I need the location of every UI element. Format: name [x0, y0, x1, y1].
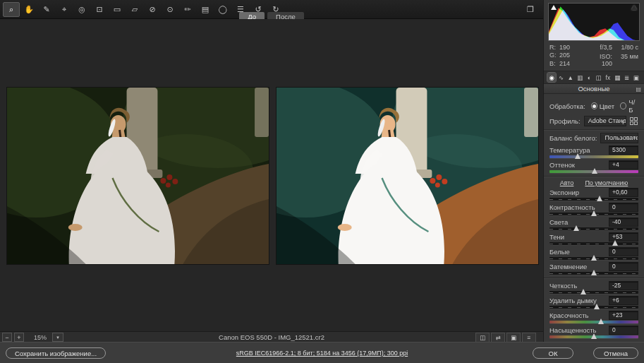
dehaze-slider[interactable] — [549, 306, 638, 309]
treatment-label: Обработка: — [549, 102, 585, 110]
contrast-slider[interactable] — [549, 213, 638, 215]
highlight-clipping-icon[interactable] — [631, 5, 637, 10]
swap-views-button[interactable]: ⇄ — [491, 333, 505, 343]
panel-title: Основные ▤ — [544, 84, 644, 94]
treatment-bw-label: Ч/Б — [628, 98, 638, 114]
before-image[interactable] — [6, 87, 269, 265]
slider-thumb[interactable] — [591, 210, 597, 216]
slider-thumb[interactable] — [598, 319, 604, 324]
cycle-view-button[interactable]: ◫ — [475, 333, 490, 343]
cancel-button[interactable]: Отмена — [593, 347, 638, 359]
slider-value[interactable]: 0 — [609, 247, 638, 256]
slider-label: Света — [549, 218, 568, 226]
shadow-clipping-icon[interactable] — [551, 5, 557, 10]
slider-thumb[interactable] — [597, 196, 602, 201]
slider-value[interactable]: 5300 — [609, 145, 638, 155]
slider-value[interactable]: +23 — [609, 311, 638, 320]
slider-label: Оттенок — [549, 161, 575, 169]
slider-label: Экспонир — [549, 189, 579, 196]
whites-slider[interactable] — [549, 257, 638, 260]
adjustments-panel: R: 190 G: 205 B: 214 f/3,5 1/80 с ISO: 1… — [543, 0, 644, 342]
panel-menu-icon[interactable]: ▤ — [636, 85, 641, 94]
slider-label: Насыщенность — [549, 326, 597, 334]
white-balance-row: Баланс белого: Пользовательский — [549, 133, 638, 143]
slider-label: Удалить дымку — [549, 297, 597, 304]
highlights-slider[interactable] — [549, 227, 638, 230]
slider-thumb[interactable] — [573, 225, 579, 231]
shutter-value: 1/80 с — [621, 44, 638, 51]
slider-value[interactable]: +6 — [609, 296, 638, 305]
slider-label: Контрастность — [549, 203, 595, 211]
slider-vibrance: Красочность +23 — [549, 311, 638, 323]
preview-options-button[interactable]: ≡ — [522, 333, 536, 343]
slider-thumb[interactable] — [581, 289, 586, 294]
slider-blacks: Затемнение 0 — [549, 262, 638, 275]
aperture-value: f/3,5 — [588, 44, 612, 51]
tab-snapshots-icon[interactable]: ▣ — [632, 73, 640, 82]
white-balance-dropdown[interactable]: Пользовательский — [600, 133, 638, 143]
white-balance-label: Баланс белого: — [549, 134, 597, 142]
slider-thumb[interactable] — [594, 304, 600, 309]
exposure-slider[interactable] — [549, 198, 638, 201]
treatment-row: Обработка: Цвет Ч/Б — [549, 98, 638, 114]
r-value: 190 — [559, 44, 578, 51]
image-info: R: 190 G: 205 B: 214 f/3,5 1/80 с ISO: 1… — [544, 41, 644, 69]
divider — [544, 278, 644, 278]
slider-thumb[interactable] — [612, 240, 618, 246]
slider-contrast: Контрастность 0 — [549, 203, 638, 215]
iso-value: ISO: 100 — [588, 53, 612, 67]
slider-thumb[interactable] — [592, 168, 597, 174]
slider-clarity: Четкость -25 — [549, 281, 638, 294]
slider-shadows: Тени +53 — [549, 232, 638, 245]
slider-label: Тени — [549, 233, 564, 241]
slider-value[interactable]: +0,60 — [609, 188, 638, 197]
after-image[interactable] — [276, 87, 539, 265]
treatment-color-label: Цвет — [600, 102, 614, 110]
slider-label: Белые — [549, 248, 570, 256]
slider-value[interactable]: -40 — [609, 218, 638, 227]
copy-settings-button[interactable]: ▣ — [506, 333, 521, 343]
tab-tone-curve-icon[interactable]: ∿ — [557, 73, 565, 82]
auto-default-links: Авто По умолчанию — [549, 179, 638, 186]
exif-readout: f/3,5 1/80 с ISO: 100 35 мм — [588, 44, 638, 67]
vibrance-slider[interactable] — [549, 321, 638, 323]
tab-basic-icon[interactable]: ◉ — [547, 73, 556, 82]
slider-thumb[interactable] — [591, 255, 597, 261]
tab-hsl-grayscale-icon[interactable]: ▥ — [576, 73, 584, 82]
slider-value[interactable]: 0 — [609, 262, 638, 271]
slider-thumb[interactable] — [591, 333, 597, 339]
slider-value[interactable]: +4 — [609, 160, 638, 169]
blacks-slider[interactable] — [549, 272, 638, 275]
slider-value[interactable]: -25 — [609, 281, 638, 290]
profile-browser-icon[interactable] — [629, 117, 638, 126]
preview-canvas — [0, 19, 543, 331]
slider-value[interactable]: 0 — [609, 203, 638, 212]
tab-effects-icon[interactable]: fx — [604, 73, 612, 82]
tab-detail-icon[interactable]: ▲ — [566, 73, 575, 82]
default-link[interactable]: По умолчанию — [585, 179, 628, 186]
tab-lens-corrections-icon[interactable]: ◫ — [594, 73, 602, 82]
slider-thumb[interactable] — [591, 270, 597, 275]
temperature-slider[interactable] — [549, 155, 638, 158]
tint-slider[interactable] — [549, 170, 638, 173]
tab-camera-calibration-icon[interactable]: ▦ — [613, 73, 621, 82]
tab-presets-icon[interactable]: ≣ — [622, 73, 631, 82]
treatment-color-radio[interactable] — [591, 102, 597, 109]
auto-link[interactable]: Авто — [560, 179, 574, 186]
slider-label: Температура — [549, 146, 590, 154]
slider-value[interactable]: 0 — [609, 326, 638, 335]
image-filename: Canon EOS 550D - IMG_12521.cr2 — [0, 333, 543, 341]
ok-button[interactable]: ОК — [533, 347, 573, 359]
treatment-bw-radio[interactable] — [620, 102, 626, 109]
divider — [544, 129, 644, 130]
shadows-slider[interactable] — [549, 242, 638, 245]
tab-split-toning-icon[interactable]: ◐ — [585, 73, 593, 82]
slider-exposure: Экспонир +0,60 — [549, 188, 638, 201]
saturation-slider[interactable] — [549, 335, 638, 338]
b-label: B: — [549, 60, 559, 67]
slider-tint: Оттенок +4 — [549, 160, 638, 173]
clarity-slider[interactable] — [549, 291, 638, 294]
profile-dropdown[interactable]: Adobe Стандартный — [584, 116, 626, 126]
g-label: G: — [549, 52, 559, 59]
slider-thumb[interactable] — [575, 153, 581, 159]
